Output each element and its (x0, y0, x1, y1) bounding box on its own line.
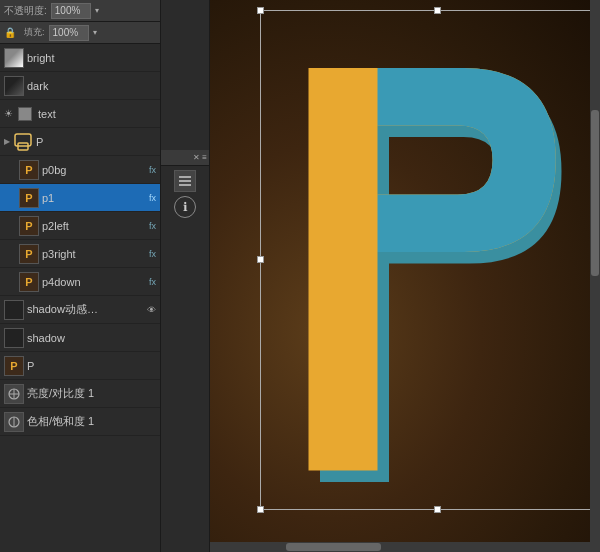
scrollbar-vertical-thumb[interactable] (591, 110, 599, 276)
layer-group-P[interactable]: ▶ P (0, 128, 160, 156)
lock-icon: 🔒 (4, 27, 16, 38)
layer-thumb-shadow-motion (4, 300, 24, 320)
layer-name-dark: dark (27, 80, 156, 92)
mini-icon-row-1 (165, 170, 205, 192)
layer-p0bg[interactable]: P p0bg fx (0, 156, 160, 184)
eye-icon-shadow-motion[interactable]: 👁 (147, 305, 156, 315)
opacity-label: 不透明度: (4, 4, 47, 18)
fill-bar: 🔒 填充: 100% ▾ (0, 22, 160, 44)
layer-p3right[interactable]: P p3right fx (0, 240, 160, 268)
layer-name-p3right: p3right (42, 248, 144, 260)
layer-fx-p2left: fx (149, 221, 156, 231)
layer-name-shadow: shadow (27, 332, 156, 344)
layer-name-P-standalone: P (27, 360, 156, 372)
layer-thumb-group-P (13, 132, 33, 152)
fill-value[interactable]: 100% (49, 25, 89, 41)
layer-thumb-P-standalone: P (4, 356, 24, 376)
layer-name-p4down: p4down (42, 276, 144, 288)
opacity-bar: 不透明度: 100% ▾ (0, 0, 160, 22)
fill-dropdown-arrow[interactable]: ▾ (93, 28, 97, 37)
p-letter-svg (285, 45, 585, 505)
layers-list: bright dark ☀ text ▶ P P p0bg fx (0, 44, 160, 552)
layer-name-group-P: P (36, 136, 156, 148)
svg-rect-5 (179, 180, 191, 182)
layer-fx-p3right: fx (149, 249, 156, 259)
layer-thumb-text-color (18, 107, 32, 121)
opacity-dropdown-arrow[interactable]: ▾ (95, 6, 99, 15)
layer-thumb-shadow (4, 328, 24, 348)
layer-thumb-p4down: P (19, 272, 39, 292)
layer-fx-p1: fx (149, 193, 156, 203)
p-letter-container (270, 30, 600, 520)
mini-spacer (161, 0, 209, 150)
layer-name-bright: bright (27, 52, 156, 64)
mini-info-icon[interactable]: ℹ (174, 196, 196, 218)
scrollbar-horizontal-thumb[interactable] (286, 543, 381, 551)
layer-fx-p0bg: fx (149, 165, 156, 175)
layer-hue-sat[interactable]: 色相/饱和度 1 (0, 408, 160, 436)
layer-text[interactable]: ☀ text (0, 100, 160, 128)
mini-panel-body: ℹ (161, 166, 209, 222)
layer-thumb-p1: P (19, 188, 39, 208)
opacity-value[interactable]: 100% (51, 3, 91, 19)
layer-shadow[interactable]: shadow (0, 324, 160, 352)
mini-properties-panel: ✕ ≡ ℹ (160, 0, 210, 552)
scrollbar-horizontal[interactable] (210, 542, 590, 552)
layer-name-text: text (38, 108, 156, 120)
svg-rect-4 (179, 176, 191, 178)
layer-shadow-motion[interactable]: shadow动感… 👁 (0, 296, 160, 324)
group-expand-arrow[interactable]: ▶ (4, 137, 10, 146)
layer-thumb-p2left: P (19, 216, 39, 236)
layer-bright[interactable]: bright (0, 44, 160, 72)
layer-fx-p4down: fx (149, 277, 156, 287)
layer-dark[interactable]: dark (0, 72, 160, 100)
fill-label: 填充: (24, 26, 45, 39)
mini-close-btn[interactable]: ✕ (193, 153, 200, 162)
layer-thumb-p3right: P (19, 244, 39, 264)
scrollbar-vertical[interactable] (590, 0, 600, 552)
svg-rect-6 (179, 184, 191, 186)
layer-thumb-brightness (4, 384, 24, 404)
layer-thumb-dark (4, 76, 24, 96)
layer-thumb-hue-sat (4, 412, 24, 432)
mini-layers-icon[interactable] (174, 170, 196, 192)
mini-panel-titlebar: ✕ ≡ (161, 150, 209, 166)
layer-P-standalone[interactable]: P P (0, 352, 160, 380)
mini-icon-row-2: ℹ (165, 196, 205, 218)
layer-p2left[interactable]: P p2left fx (0, 212, 160, 240)
canvas-area (210, 0, 600, 552)
layers-panel: 不透明度: 100% ▾ 🔒 填充: 100% ▾ bright dark ☀ … (0, 0, 160, 552)
layer-name-hue-sat: 色相/饱和度 1 (27, 414, 156, 429)
layer-brightness[interactable]: 亮度/对比度 1 (0, 380, 160, 408)
mini-menu-btn[interactable]: ≡ (202, 153, 207, 162)
layer-p4down[interactable]: P p4down fx (0, 268, 160, 296)
layer-name-p1: p1 (42, 192, 144, 204)
sun-icon: ☀ (4, 108, 13, 119)
layer-name-shadow-motion: shadow动感… (27, 302, 142, 317)
layer-thumb-p0bg: P (19, 160, 39, 180)
layer-thumb-bright (4, 48, 24, 68)
layer-name-p0bg: p0bg (42, 164, 144, 176)
layer-name-brightness: 亮度/对比度 1 (27, 386, 156, 401)
layer-name-p2left: p2left (42, 220, 144, 232)
layer-p1[interactable]: P p1 fx (0, 184, 160, 212)
